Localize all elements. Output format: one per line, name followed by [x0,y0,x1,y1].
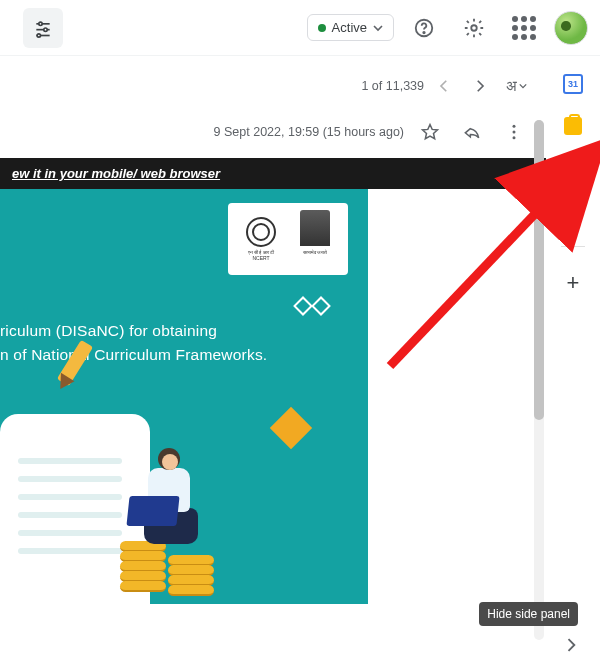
help-icon [413,17,435,39]
ashoka-emblem-icon [300,210,330,246]
support-button[interactable] [404,8,444,48]
next-message-button[interactable] [464,70,496,102]
star-outline-icon [420,122,440,142]
scrollbar-thumb[interactable] [534,120,544,420]
stage: 1 of 11,339 अ 9 Sept 2022, 19:59 (15 hou… [0,56,600,670]
ncert-mark-icon [246,217,276,247]
emblem-caption: सत्यमेव जयते [303,249,327,256]
calendar-icon [563,74,583,94]
calendar-app-button[interactable] [563,74,583,94]
message-meta: 9 Sept 2022, 19:59 (15 hours ago) [0,112,546,158]
contacts-icon [564,201,582,219]
chevron-right-icon [561,635,581,655]
hide-sidepanel-tooltip: Hide side panel [479,602,578,626]
ncert-logo: एन सी ई आर टीNCERT [239,210,283,268]
svg-point-5 [37,33,40,36]
svg-point-1 [39,22,42,25]
google-apps-button[interactable] [504,8,544,48]
sidepanel-separator [561,246,585,247]
status-label: Active [332,20,367,35]
topbar-right: Active [307,8,588,48]
keep-icon [564,117,582,135]
status-dropdown[interactable]: Active [307,14,394,41]
svg-point-11 [513,136,516,139]
get-addons-button[interactable]: + [563,273,583,293]
input-language-button[interactable]: अ [500,70,532,102]
svg-point-10 [513,131,516,134]
caret-down-icon [373,23,383,33]
reply-button[interactable] [456,116,488,148]
more-actions-button[interactable] [498,116,530,148]
chevron-left-icon [435,77,453,95]
star-button[interactable] [414,116,446,148]
pencil-illustration [42,334,112,404]
svg-point-9 [513,125,516,128]
side-panel: + [546,56,600,670]
govt-emblem-logo: सत्यमेव जयते [293,210,337,268]
message-timestamp: 9 Sept 2022, 19:59 (15 hours ago) [214,125,404,139]
topbar: Active [0,0,600,56]
reply-icon [462,122,482,142]
mail-area: 1 of 11,339 अ 9 Sept 2022, 19:59 (15 hou… [0,56,546,670]
pager: 1 of 11,339 अ [0,64,546,112]
decor-yellow-diamond [270,407,312,449]
contacts-app-button[interactable] [563,200,583,220]
gear-icon [463,17,485,39]
illustration [0,374,260,604]
banner-text: ew it in your mobile/ web browser [12,166,220,181]
email-logos: एन सी ई आर टीNCERT सत्यमेव जयते [228,203,348,275]
plus-icon: + [567,272,580,294]
chevron-right-icon [471,77,489,95]
keep-app-button[interactable] [563,116,583,136]
svg-point-3 [44,28,47,31]
status-dot-icon [318,24,326,32]
prev-message-button[interactable] [428,70,460,102]
more-vertical-icon [504,122,524,142]
decor-diamonds [296,299,328,313]
topbar-left [12,8,74,48]
pager-position: 1 of 11,339 [361,79,424,93]
lang-label: अ [506,77,517,95]
scrollbar-track[interactable] [534,120,544,640]
hide-sidepanel-button[interactable] [556,630,586,660]
svg-point-8 [471,25,477,31]
ncert-caption: एन सी ई आर टीNCERT [248,250,275,261]
filters-button[interactable] [23,8,63,48]
person-illustration [120,452,210,562]
tooltip-text: Hide side panel [487,607,570,621]
svg-point-7 [423,31,424,32]
email-body: एन सी ई आर टीNCERT सत्यमेव जयते riculum … [0,189,368,604]
view-in-browser-banner[interactable]: ew it in your mobile/ web browser [0,158,546,189]
sliders-icon [33,18,53,38]
tasks-app-button[interactable] [563,158,583,178]
settings-button[interactable] [454,8,494,48]
apps-grid-icon [512,16,536,40]
account-avatar[interactable] [554,11,588,45]
caret-down-icon [519,82,527,90]
tasks-icon [564,159,582,177]
